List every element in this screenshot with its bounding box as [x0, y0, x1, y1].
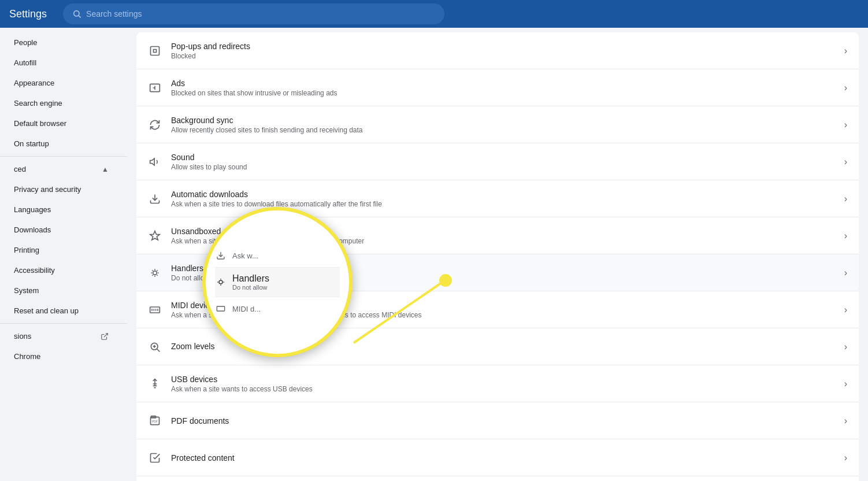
sidebar-item-system[interactable]: System: [0, 280, 123, 301]
settings-title-pdf: PDF documents: [171, 416, 835, 426]
settings-subtitle-sync: Allow recently closed sites to finish se…: [171, 126, 835, 134]
settings-text-pdf: PDF documents: [171, 416, 835, 426]
settings-item-background-sync[interactable]: Background sync Allow recently closed si…: [136, 106, 859, 143]
settings-text-usb: USB devices Ask when a site wants to acc…: [171, 375, 835, 393]
settings-item-popups[interactable]: Pop-ups and redirects Blocked ›: [136, 32, 859, 69]
sidebar-item-appearance[interactable]: Appearance: [0, 73, 123, 93]
svg-rect-3: [151, 46, 159, 55]
settings-item-auto-downloads[interactable]: Automatic downloads Ask when a site trie…: [136, 180, 859, 217]
settings-title-protected: Protected content: [171, 453, 835, 462]
arrow-ads: ›: [844, 83, 847, 93]
mag-item-midi: MIDI d...: [215, 297, 340, 320]
mag-handler-icon: [215, 276, 227, 288]
svg-point-7: [153, 271, 157, 275]
arrow-popups: ›: [844, 46, 847, 56]
mag-item-1: Ask w...: [215, 244, 340, 268]
sidebar: People Autofill Appearance Search engine…: [0, 28, 127, 481]
svg-line-14: [157, 349, 160, 352]
settings-text-sound: Sound Allow sites to play sound: [171, 153, 835, 171]
settings-item-sound[interactable]: Sound Allow sites to play sound ›: [136, 143, 859, 180]
settings-title-sound: Sound: [171, 153, 835, 162]
settings-subtitle-auto-downloads: Ask when a site tries to download files …: [171, 200, 835, 208]
arrow-midi: ›: [844, 305, 847, 315]
settings-item-usb[interactable]: USB devices Ask when a site wants to acc…: [136, 365, 859, 402]
svg-rect-24: [217, 306, 224, 311]
settings-subtitle-sound: Allow sites to play sound: [171, 163, 835, 171]
svg-text:PDF: PDF: [152, 420, 158, 423]
arrow-zoom: ›: [844, 342, 847, 352]
svg-rect-8: [150, 307, 160, 313]
main-layout: People Autofill Appearance Search engine…: [0, 28, 868, 481]
sidebar-item-default-browser[interactable]: Default browser: [0, 113, 123, 134]
svg-line-2: [104, 333, 107, 336]
search-icon: [72, 9, 81, 18]
arrow-plugin: ›: [844, 231, 847, 241]
svg-point-0: [74, 11, 79, 16]
usb-icon: [148, 377, 162, 391]
settings-item-ads[interactable]: Ads Blocked on sites that show intrusive…: [136, 69, 859, 106]
sidebar-item-advanced[interactable]: ced ▲: [0, 159, 123, 179]
ads-icon: [148, 81, 162, 95]
header: Settings: [0, 0, 868, 28]
arrow-usb: ›: [844, 379, 847, 389]
sidebar-item-extensions[interactable]: sions: [0, 326, 123, 346]
settings-item-clipboard[interactable]: Clipboard Ask before accessing ›: [136, 476, 859, 481]
settings-subtitle-usb: Ask when a site wants to access USB devi…: [171, 385, 835, 393]
sidebar-item-accessibility[interactable]: Accessibility: [0, 260, 123, 280]
sidebar-item-search-engine[interactable]: Search engine: [0, 93, 123, 113]
sidebar-divider-2: [0, 323, 127, 324]
sidebar-divider: [0, 156, 127, 157]
settings-item-protected[interactable]: Protected content ›: [136, 439, 859, 476]
plugin-icon: [148, 229, 162, 243]
mag-label-midi: MIDI d...: [232, 305, 261, 313]
sidebar-item-autofill[interactable]: Autofill: [0, 53, 123, 73]
arrow-protected: ›: [844, 453, 847, 463]
handler-icon: [148, 266, 162, 280]
protected-icon: [148, 451, 162, 465]
mag-download-icon: [215, 250, 227, 261]
search-bar[interactable]: [63, 3, 444, 24]
sidebar-item-on-startup[interactable]: On startup: [0, 134, 123, 154]
arrow-handlers: ›: [844, 268, 847, 278]
sidebar-item-languages[interactable]: Languages: [0, 199, 123, 220]
svg-marker-5: [150, 158, 155, 165]
content-area: Pop-ups and redirects Blocked › Ads Bloc…: [127, 28, 868, 481]
magnifier-overlay: Ask w... Handlers Do not allow: [202, 207, 353, 357]
mag-item-handlers: Handlers Do not allow: [215, 268, 340, 297]
settings-title-popups: Pop-ups and redirects: [171, 42, 835, 51]
mag-title-handlers: Handlers: [232, 273, 269, 284]
settings-text-popups: Pop-ups and redirects Blocked: [171, 42, 835, 60]
settings-text-sync: Background sync Allow recently closed si…: [171, 116, 835, 134]
pdf-icon: PDF: [148, 414, 162, 428]
settings-title-auto-downloads: Automatic downloads: [171, 190, 835, 199]
search-input[interactable]: [86, 9, 435, 18]
sync-icon: [148, 118, 162, 132]
magnifier-content: Ask w... Handlers Do not allow: [206, 237, 349, 327]
collapse-icon: ▲: [102, 165, 109, 173]
settings-text-ads: Ads Blocked on sites that show intrusive…: [171, 79, 835, 97]
mag-label-1: Ask w...: [232, 251, 258, 260]
app-title: Settings: [9, 8, 47, 20]
external-link-icon: [101, 332, 109, 341]
sidebar-item-privacy[interactable]: Privacy and security: [0, 179, 123, 199]
arrow-sync: ›: [844, 120, 847, 130]
settings-subtitle-ads: Blocked on sites that show intrusive or …: [171, 89, 835, 97]
settings-subtitle-popups: Blocked: [171, 52, 835, 60]
mag-midi-icon: [215, 303, 227, 314]
sidebar-item-printing[interactable]: Printing: [0, 240, 123, 260]
arrow-pdf: ›: [844, 416, 847, 426]
svg-line-1: [79, 16, 81, 18]
zoom-icon: [148, 340, 162, 354]
yellow-dot: [439, 274, 452, 287]
settings-text-protected: Protected content: [171, 453, 835, 462]
sidebar-item-people[interactable]: People: [0, 32, 123, 53]
settings-item-pdf[interactable]: PDF PDF documents ›: [136, 402, 859, 439]
svg-point-23: [219, 280, 222, 284]
sidebar-item-chrome[interactable]: Chrome: [0, 346, 123, 367]
settings-title-ads: Ads: [171, 79, 835, 88]
sidebar-item-downloads[interactable]: Downloads: [0, 220, 123, 240]
sidebar-item-reset[interactable]: Reset and clean up: [0, 301, 123, 321]
settings-title-usb: USB devices: [171, 375, 835, 384]
popup-icon: [148, 44, 162, 58]
mag-sub-handlers: Do not allow: [232, 284, 269, 291]
